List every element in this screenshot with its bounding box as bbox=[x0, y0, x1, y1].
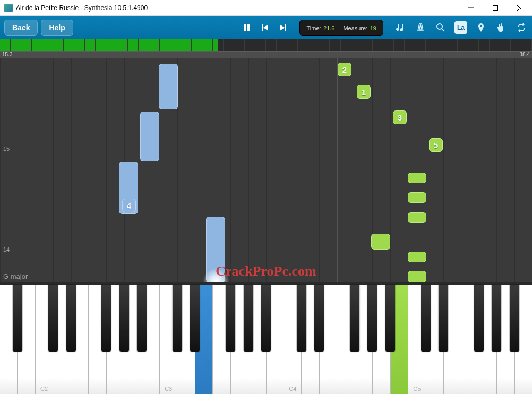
metronome-icon[interactable] bbox=[414, 21, 427, 34]
black-key[interactable] bbox=[13, 285, 22, 352]
app-icon bbox=[4, 4, 13, 12]
black-key[interactable] bbox=[314, 285, 324, 352]
black-key[interactable] bbox=[173, 285, 182, 352]
next-button[interactable] bbox=[274, 20, 292, 36]
svg-point-10 bbox=[437, 24, 442, 29]
note-blue bbox=[159, 64, 178, 109]
measure-mark-15: 15 bbox=[3, 145, 10, 152]
progress-ticks bbox=[0, 39, 532, 51]
finger-badge-1: 1 bbox=[357, 85, 371, 99]
black-key[interactable] bbox=[297, 285, 306, 352]
black-key[interactable] bbox=[350, 285, 359, 352]
note-names-button[interactable]: La bbox=[454, 21, 467, 34]
black-key[interactable] bbox=[474, 285, 484, 352]
svg-rect-6 bbox=[262, 24, 263, 31]
time-label: Time: bbox=[306, 25, 321, 31]
ruler-left-time: 15.3 bbox=[0, 52, 12, 57]
black-key[interactable] bbox=[492, 285, 501, 352]
measure-mark-14: 14 bbox=[3, 246, 10, 253]
black-key[interactable] bbox=[439, 285, 448, 352]
octave-label: C5 bbox=[413, 386, 421, 392]
svg-line-11 bbox=[442, 29, 444, 31]
prev-button[interactable] bbox=[256, 20, 274, 36]
toolbar: Back Help Time: 21.6 Measure: 19 La bbox=[0, 16, 532, 39]
loop-icon[interactable] bbox=[515, 21, 528, 34]
time-ruler: 15.3 38.4 bbox=[0, 51, 532, 58]
bookmark-icon[interactable] bbox=[475, 21, 487, 34]
black-key[interactable] bbox=[48, 285, 58, 352]
key-signature: G major bbox=[3, 272, 28, 280]
hand-icon[interactable] bbox=[495, 21, 508, 34]
time-measure-display[interactable]: Time: 21.6 Measure: 19 bbox=[299, 20, 383, 36]
song-progress[interactable] bbox=[0, 39, 532, 51]
black-key[interactable] bbox=[226, 285, 235, 352]
finger-badge-2: 2 bbox=[338, 63, 351, 76]
finger-badge-5: 5 bbox=[429, 138, 443, 152]
back-button[interactable]: Back bbox=[4, 20, 38, 36]
svg-rect-5 bbox=[247, 24, 250, 31]
window-titlebar: Air de la Petite Russie - Synthesia 10.5… bbox=[0, 0, 532, 16]
octave-label: C2 bbox=[40, 386, 48, 392]
svg-rect-1 bbox=[493, 5, 498, 10]
sheet-music-icon[interactable] bbox=[394, 21, 407, 34]
svg-marker-7 bbox=[263, 24, 268, 31]
help-button[interactable]: Help bbox=[41, 20, 73, 36]
svg-rect-4 bbox=[244, 24, 246, 31]
black-key[interactable] bbox=[119, 285, 129, 352]
black-key[interactable] bbox=[510, 285, 519, 352]
octave-label: C4 bbox=[289, 386, 296, 392]
close-button[interactable] bbox=[508, 0, 532, 16]
pause-button[interactable] bbox=[238, 20, 256, 36]
note-green bbox=[408, 252, 426, 262]
black-key[interactable] bbox=[190, 285, 200, 352]
finger-badge-4: 4 bbox=[122, 199, 136, 212]
window-title: Air de la Petite Russie - Synthesia 10.5… bbox=[16, 4, 148, 12]
note-green bbox=[408, 271, 426, 282]
svg-rect-9 bbox=[285, 24, 286, 31]
minimize-button[interactable] bbox=[459, 0, 483, 16]
octave-label: C3 bbox=[165, 386, 172, 392]
ruler-right-time: 38.4 bbox=[518, 52, 530, 57]
black-key[interactable] bbox=[244, 285, 253, 352]
black-key[interactable] bbox=[421, 285, 431, 352]
note-roll[interactable]: 15 14 4 2 1 3 5 G major CrackProPc.com bbox=[0, 58, 532, 282]
note-blue bbox=[206, 217, 225, 282]
black-key[interactable] bbox=[137, 285, 147, 352]
piano-keyboard[interactable]: C2C3C4C5 bbox=[0, 282, 532, 394]
measure-value: 19 bbox=[370, 25, 376, 31]
note-green bbox=[408, 212, 426, 223]
svg-marker-8 bbox=[280, 24, 285, 31]
measure-label: Measure: bbox=[343, 25, 367, 31]
zoom-icon[interactable] bbox=[434, 21, 447, 34]
black-key[interactable] bbox=[261, 285, 271, 352]
note-blue bbox=[140, 112, 159, 161]
black-key[interactable] bbox=[367, 285, 377, 352]
maximize-button[interactable] bbox=[483, 0, 508, 16]
finger-badge-3: 3 bbox=[393, 110, 407, 124]
time-value: 21.6 bbox=[323, 25, 334, 31]
note-green bbox=[371, 234, 390, 250]
note-green bbox=[408, 173, 426, 183]
playback-controls bbox=[238, 20, 292, 36]
black-key[interactable] bbox=[66, 285, 76, 352]
note-green bbox=[408, 192, 426, 203]
black-key[interactable] bbox=[385, 285, 395, 352]
black-key[interactable] bbox=[101, 285, 111, 352]
